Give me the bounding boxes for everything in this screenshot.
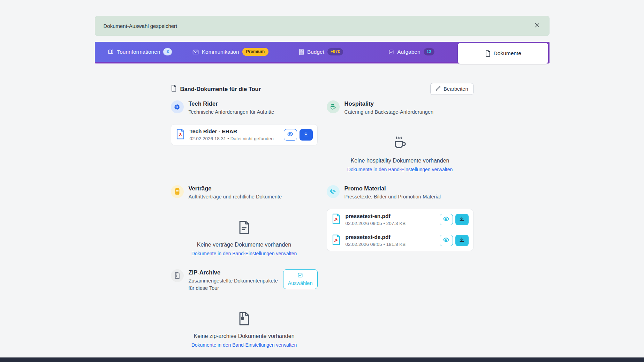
- section-hospitality: Hospitality Catering und Backstage-Anfor…: [327, 100, 473, 173]
- manage-documents-link[interactable]: Dokumente in den Band-Einstellungen verw…: [347, 167, 453, 172]
- section-zip-archive: ZIP-Archive Zusammengestellte Dokumenten…: [171, 269, 318, 348]
- download-button[interactable]: [455, 235, 469, 246]
- file-row: pressetext-en.pdf 02.02.2026 09:05 • 207…: [327, 209, 473, 230]
- section-subtitle: Catering und Backstage-Anforderungen: [344, 108, 473, 116]
- preview-button[interactable]: [440, 235, 453, 246]
- tab-dokumente[interactable]: Dokumente: [458, 43, 548, 64]
- section-title: Verträge: [189, 185, 318, 192]
- tab-label: Aufgaben: [397, 49, 420, 55]
- eye-icon: [443, 216, 449, 223]
- edit-button-label: Bearbeiten: [444, 86, 468, 92]
- file-row: Tech Rider - EHAR 02.02.2026 18:31 • Dat…: [171, 125, 317, 145]
- file-meta: 02.02.2026 09:05 • 207.3 KB: [346, 221, 435, 226]
- section-title: ZIP-Archive: [189, 269, 278, 276]
- tab-label: Budget: [307, 49, 324, 55]
- section-subtitle: Auftrittverträge und rechtliche Dokument…: [189, 193, 318, 201]
- download-button[interactable]: [300, 129, 313, 141]
- tab-label: Dokumente: [494, 50, 521, 56]
- empty-state: Keine zip-archive Dokumente vorhanden Do…: [171, 311, 318, 348]
- manage-documents-link[interactable]: Dokumente in den Band-Einstellungen verw…: [191, 251, 297, 256]
- tab-tourinformationen[interactable]: Tourinformationen 3: [95, 42, 185, 62]
- tab-count-badge: 12: [424, 48, 434, 55]
- mail-icon: [192, 49, 199, 55]
- calculator-icon: [299, 49, 304, 55]
- tab-label: Kommunikation: [202, 49, 239, 55]
- download-icon: [459, 237, 465, 244]
- edit-button[interactable]: Bearbeiten: [430, 83, 473, 95]
- close-icon: [534, 22, 540, 29]
- file-card: Tech Rider - EHAR 02.02.2026 18:31 • Dat…: [171, 124, 318, 145]
- section-title: Promo Material: [344, 185, 473, 192]
- file-list: pressetext-en.pdf 02.02.2026 09:05 • 207…: [327, 209, 473, 251]
- coffee-cup-icon: [327, 100, 340, 113]
- section-title: Tech Rider: [189, 100, 318, 107]
- page-header: Band-Dokumente für die Tour Bearbeiten: [171, 83, 473, 95]
- checkbox-icon: [297, 272, 303, 279]
- notification-message: Dokument-Auswahl gespeichert: [104, 23, 177, 29]
- zip-file-icon: [236, 322, 252, 327]
- download-icon: [459, 216, 465, 223]
- tab-kommunikation[interactable]: Kommunikation Premium: [185, 42, 276, 62]
- gear-icon: [171, 100, 184, 113]
- select-button[interactable]: Auswählen: [283, 269, 318, 289]
- pdf-file-icon: [332, 213, 341, 226]
- section-subtitle: Zusammengestellte Dokumentenpakete für d…: [189, 277, 278, 293]
- close-button[interactable]: [533, 21, 541, 31]
- contract-document-icon: [171, 185, 184, 198]
- section-subtitle: Pressetexte, Bilder und Promotion-Materi…: [344, 193, 473, 201]
- tab-budget[interactable]: Budget +97€: [276, 42, 366, 62]
- document-lines-icon: [236, 230, 252, 236]
- map-icon: [108, 49, 114, 55]
- empty-state-text: Keine zip-archive Dokumente vorhanden: [171, 333, 318, 339]
- section-title: Hospitality: [344, 100, 473, 107]
- section-tech-rider: Tech Rider Technische Anforderungen für …: [171, 100, 318, 173]
- pencil-icon: [435, 86, 441, 92]
- file-meta: 02.02.2026 09:05 • 181.8 KB: [346, 242, 435, 247]
- empty-state-text: Keine hospitality Dokumente vorhanden: [327, 158, 473, 164]
- document-icon: [485, 50, 491, 57]
- section-vertraege: Verträge Auftrittverträge und rechtliche…: [171, 184, 318, 257]
- file-name: Tech Rider - EHAR: [190, 128, 279, 135]
- manage-documents-link[interactable]: Dokumente in den Band-Einstellungen verw…: [191, 342, 297, 348]
- tasks-checkbox-icon: [388, 49, 394, 55]
- premium-badge: Premium: [242, 48, 269, 56]
- download-button[interactable]: [455, 214, 469, 225]
- file-meta: 02.02.2026 18:31 • Datei nicht gefunden: [190, 136, 279, 141]
- document-icon: [171, 85, 177, 93]
- page-title: Band-Dokumente für die Tour: [180, 86, 261, 92]
- coffee-cup-icon: [392, 146, 408, 152]
- pdf-file-icon: [176, 129, 185, 141]
- file-row: pressetext-de.pdf 02.02.2026 09:05 • 181…: [327, 230, 473, 251]
- select-button-label: Auswählen: [288, 280, 313, 286]
- page: Dokument-Auswahl gespeichert Tourinforma…: [0, 0, 644, 362]
- empty-state-text: Keine verträge Dokumente vorhanden: [171, 242, 318, 248]
- preview-button[interactable]: [284, 129, 297, 141]
- file-name: pressetext-de.pdf: [346, 234, 435, 240]
- section-promo-material: Promo Material Pressetexte, Bilder und P…: [327, 184, 473, 257]
- pdf-file-icon: [332, 234, 341, 247]
- section-subtitle: Technische Anforderungen für Auftritte: [189, 108, 318, 116]
- tab-label: Tourinformationen: [117, 49, 160, 55]
- megaphone-icon: [327, 185, 340, 198]
- bottom-bar: [0, 357, 644, 362]
- eye-icon: [287, 131, 294, 138]
- empty-state: Keine hospitality Dokumente vorhanden Do…: [327, 135, 473, 173]
- tab-bar: Tourinformationen 3 Kommunikation Premiu…: [95, 42, 550, 63]
- tab-aufgaben[interactable]: Aufgaben 12: [366, 42, 457, 62]
- preview-button[interactable]: [440, 214, 453, 225]
- empty-state: Keine verträge Dokumente vorhanden Dokum…: [171, 220, 318, 257]
- zip-file-icon: [171, 269, 184, 282]
- tab-count-badge: 3: [163, 48, 172, 55]
- file-name: pressetext-en.pdf: [346, 213, 435, 219]
- eye-icon: [443, 236, 449, 244]
- notification-banner: Dokument-Auswahl gespeichert: [95, 16, 550, 36]
- download-icon: [303, 131, 309, 138]
- budget-badge: +97€: [327, 48, 343, 55]
